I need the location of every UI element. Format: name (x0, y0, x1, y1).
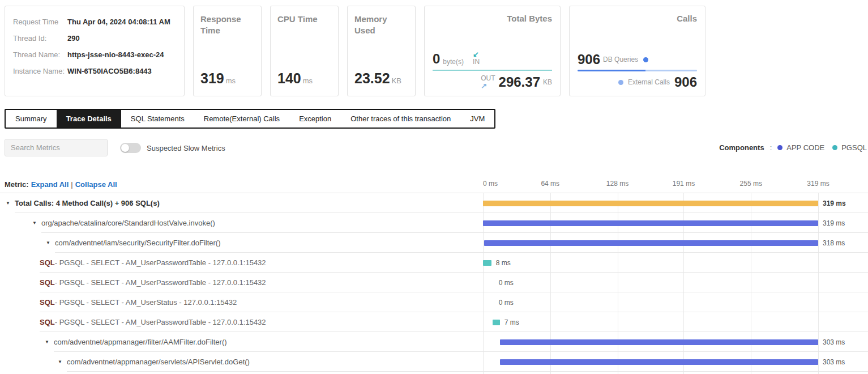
stat-card-unit: KB (392, 76, 401, 85)
calls-divider-right (645, 70, 697, 71)
external-calls-label: External Calls (628, 78, 670, 86)
tab-other-traces-of-this-transaction[interactable]: Other traces of this transaction (341, 110, 460, 128)
tab-remote-external-calls[interactable]: Remote(External) Calls (194, 110, 289, 128)
collapse-caret-icon[interactable]: ▼ (46, 240, 50, 245)
collapse-caret-icon[interactable]: ▼ (6, 201, 10, 206)
suspected-slow-metrics-label: Suspected Slow Metrics (147, 144, 225, 152)
trace-details-page: Request Time Thu Apr 04, 2024 04:08:11 A… (0, 0, 868, 374)
bytes-out-group: OUT ↗ (481, 74, 495, 90)
trace-row-text: com/adventnet/appmanager/servlets/APISer… (67, 358, 250, 366)
db-queries-label: DB Queries (603, 56, 638, 63)
legend-item-label: PGSQL (841, 143, 867, 152)
trace-bar-area: 7 ms (478, 312, 868, 332)
tab-exception[interactable]: Exception (289, 110, 341, 128)
duration-bar (493, 320, 500, 325)
expand-all-link[interactable]: Expand All (31, 180, 69, 189)
collapse-all-link[interactable]: Collapse All (75, 180, 117, 189)
trace-tree: ▼ Total Calls: 4 Method Call(s) + 906 SQ… (0, 193, 868, 374)
stat-card-value: 319 (200, 70, 224, 86)
trace-row-label: SQL - PGSQL - SELECT - AM_UserStatus - 1… (40, 292, 237, 312)
tab-jvm[interactable]: JVM (460, 110, 494, 128)
trace-row-text: Total Calls: 4 Method Call(s) + 906 SQL(… (15, 199, 160, 207)
trace-row-text: - PGSQL - SELECT - AM_UserStatus - 127.0… (55, 298, 237, 307)
bytes-in-row: 0 byte(s) ↙ IN (433, 50, 552, 66)
trace-row[interactable]: SQL - PGSQL - SELECT - AM_UserPasswordTa… (0, 273, 868, 292)
timeline-tick-label: 128 ms (606, 180, 628, 188)
stat-card: CPU Time 140ms (270, 6, 339, 96)
trace-row[interactable]: SQL - PGSQL - SELECT - AM_UserPasswordTa… (0, 312, 868, 332)
collapse-caret-icon[interactable]: ▼ (45, 339, 49, 345)
trace-row[interactable]: SQL - PGSQL - SELECT - AM_UserPasswordTa… (0, 253, 868, 273)
trace-row-text: com/adventnet/appmanager/filter/AAMFilte… (54, 338, 227, 346)
trace-row-label: SQL - PGSQL - SELECT - AM_UserPasswordTa… (40, 253, 266, 273)
bytes-out-label: OUT (481, 74, 495, 82)
tab-summary[interactable]: Summary (6, 110, 57, 128)
trace-row[interactable]: ▼ com/adventnet/appmanager/filter/AAMFil… (0, 332, 868, 352)
trace-row-text: - PGSQL - SELECT - AM_UserPasswordTable … (55, 258, 266, 267)
legend-item-label: APP CODE (786, 143, 824, 152)
stat-card-title: CPU Time (277, 14, 331, 25)
timeline-tick-label: 64 ms (541, 180, 559, 188)
search-input[interactable] (5, 139, 108, 156)
stat-card-value: 140 (277, 70, 301, 86)
bytes-divider (433, 70, 552, 71)
tab-sql-statements[interactable]: SQL Statements (121, 110, 194, 128)
calls-divider-left (578, 70, 645, 71)
trace-row-label: ▼ org/apache/catalina/core/StandardHostV… (32, 213, 215, 233)
sql-tag: SQL (40, 298, 55, 307)
calls-divider (578, 70, 697, 71)
trace-bar-area: 319 ms (478, 193, 868, 213)
components-legend: Components : APP CODE PGSQL (719, 143, 867, 152)
suspected-slow-metrics-toggle[interactable] (120, 143, 141, 153)
duration-value: 303 ms (823, 358, 845, 366)
timeline-axis: 0 ms64 ms128 ms191 ms255 ms319 ms (478, 180, 827, 190)
metric-links-divider: | (71, 180, 72, 189)
duration-value: 8 ms (496, 259, 511, 267)
duration-value: 319 ms (823, 219, 845, 227)
stat-card-value-row: 23.52KB (354, 70, 401, 87)
info-value: https-jsse-nio-8443-exec-24 (67, 50, 176, 59)
duration-value: 303 ms (823, 338, 845, 346)
timeline-tick-label: 0 ms (483, 180, 498, 188)
sql-tag: SQL (40, 258, 55, 267)
info-label: Thread Name: (13, 50, 67, 59)
external-calls-value: 906 (674, 75, 697, 89)
sql-tag: SQL (40, 318, 55, 326)
request-info-card: Request Time Thu Apr 04, 2024 04:08:11 A… (5, 6, 185, 96)
toggle-knob (121, 144, 129, 152)
sql-tag: SQL (40, 278, 55, 287)
inbound-arrow-icon: ↙ (473, 50, 479, 58)
stat-card-title: Response Time (200, 14, 254, 37)
trace-bar-area: 8 ms (478, 253, 868, 273)
metric-label: Metric: (5, 180, 29, 189)
row-separator (67, 371, 868, 372)
components-legend-title: Components (719, 143, 764, 152)
trace-row-label: SQL - PGSQL - SELECT - AM_UserPasswordTa… (40, 312, 266, 332)
bytes-in-value: 0 (433, 52, 440, 66)
components-legend-items: APP CODE PGSQL (777, 143, 867, 152)
external-calls-dot-icon (618, 80, 623, 85)
legend-item: PGSQL (832, 143, 867, 152)
stat-card-value-row: 140ms (277, 70, 313, 87)
info-value: Thu Apr 04, 2024 04:08:11 AM (67, 18, 176, 26)
trace-row[interactable]: SQL - PGSQL - SELECT - AM_UserStatus - 1… (0, 292, 868, 312)
duration-bar (484, 240, 818, 246)
trace-row[interactable]: ▼ org/apache/catalina/core/StandardHostV… (0, 213, 868, 233)
trace-row[interactable]: ▼ com/adventnet/appmanager/servlets/APIS… (0, 352, 868, 372)
duration-bar (483, 260, 491, 266)
outbound-arrow-icon: ↗ (481, 82, 487, 90)
collapse-caret-icon[interactable]: ▼ (32, 220, 37, 226)
info-value: 290 (67, 34, 176, 42)
trace-row[interactable]: ▼ Total Calls: 4 Method Call(s) + 906 SQ… (0, 193, 868, 213)
collapse-caret-icon[interactable]: ▼ (58, 359, 62, 364)
components-legend-separator: : (770, 143, 772, 152)
metric-header: Metric: Expand All | Collapse All (5, 180, 117, 189)
duration-bar (500, 339, 818, 345)
trace-row[interactable]: ▼ com/adventnet/iam/security/SecurityFil… (0, 233, 868, 253)
info-label: Instance Name: (13, 67, 67, 75)
trace-bar-area: 319 ms (478, 213, 868, 233)
tab-trace-details[interactable]: Trace Details (57, 110, 121, 128)
trace-row-text: com/adventnet/iam/security/SecurityFilte… (55, 239, 221, 247)
trace-bar-area: 318 ms (478, 233, 868, 253)
summary-cards-row: Request Time Thu Apr 04, 2024 04:08:11 A… (5, 6, 705, 96)
